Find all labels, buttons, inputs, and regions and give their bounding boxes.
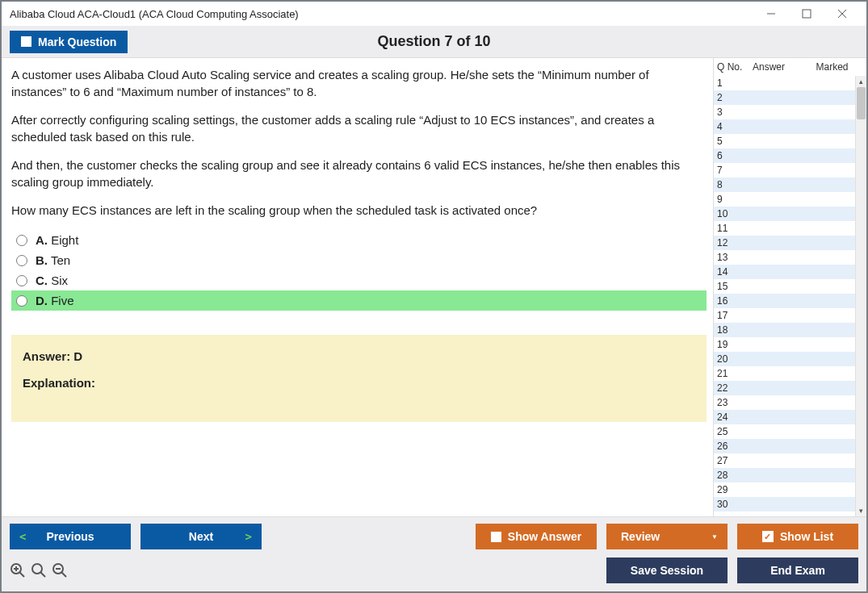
row-qno: 6: [714, 150, 741, 161]
row-qno: 10: [714, 208, 741, 219]
zoom-in-icon[interactable]: [10, 562, 26, 578]
question-list-row[interactable]: 17: [714, 308, 855, 323]
question-list-row[interactable]: 12: [714, 236, 855, 250]
question-list-row[interactable]: 7: [714, 163, 855, 177]
row-qno: 5: [714, 136, 741, 147]
question-list-row[interactable]: 23: [714, 395, 855, 410]
review-label: Review: [621, 530, 660, 543]
previous-label: Previous: [46, 530, 94, 543]
zoom-controls: [10, 562, 68, 578]
question-list-row[interactable]: 24: [714, 410, 855, 424]
question-list-row[interactable]: 11: [714, 221, 855, 236]
radio-icon[interactable]: [16, 295, 27, 307]
option-row[interactable]: A. Eight: [11, 230, 707, 250]
row-qno: 29: [714, 484, 741, 495]
option-row[interactable]: C. Six: [11, 270, 707, 290]
window-title: Alibaba Cloud ACA-Cloud1 (ACA Cloud Comp…: [10, 8, 299, 20]
question-list-row[interactable]: 29: [714, 482, 855, 497]
question-paragraph: After correctly configuring scaling sett…: [11, 111, 707, 145]
show-list-button[interactable]: ✓ Show List: [737, 524, 858, 549]
question-list-row[interactable]: 14: [714, 265, 855, 279]
end-exam-button[interactable]: End Exam: [737, 558, 858, 583]
question-list-row[interactable]: 16: [714, 294, 855, 308]
checkbox-icon: [21, 36, 31, 47]
scroll-down-icon[interactable]: ▾: [856, 505, 867, 516]
question-list-row[interactable]: 28: [714, 468, 855, 482]
question-list-row[interactable]: 10: [714, 207, 855, 221]
row-qno: 13: [714, 252, 741, 263]
header-answer: Answer: [749, 60, 798, 74]
row-qno: 23: [714, 397, 741, 408]
question-counter: Question 7 of 10: [377, 33, 490, 50]
chevron-right-icon: >: [245, 530, 252, 543]
radio-icon[interactable]: [16, 275, 27, 286]
scroll-up-icon[interactable]: ▴: [856, 76, 867, 87]
question-list-row[interactable]: 2: [714, 90, 855, 105]
footer: < Previous Next > Show Answer Review ▼ ✓…: [2, 516, 866, 591]
question-list-row[interactable]: 4: [714, 119, 855, 134]
square-icon: [491, 532, 501, 542]
question-list-panel: Q No. Answer Marked 12345678910111213141…: [713, 58, 866, 516]
row-qno: 25: [714, 426, 741, 437]
title-bar: Alibaba Cloud ACA-Cloud1 (ACA Cloud Comp…: [2, 2, 866, 26]
question-list-row[interactable]: 1: [714, 76, 855, 90]
checked-box-icon: ✓: [762, 531, 774, 542]
previous-button[interactable]: < Previous: [10, 524, 131, 549]
question-list-row[interactable]: 5: [714, 134, 855, 148]
option-row[interactable]: D. Five: [11, 290, 707, 311]
zoom-out-icon[interactable]: [52, 562, 68, 578]
question-list-row[interactable]: 3: [714, 105, 855, 119]
row-qno: 12: [714, 237, 741, 248]
question-list-row[interactable]: 18: [714, 323, 855, 337]
svg-rect-1: [803, 10, 811, 18]
row-qno: 19: [714, 339, 741, 350]
header-qno: Q No.: [714, 60, 749, 74]
zoom-reset-icon[interactable]: [31, 562, 47, 578]
next-label: Next: [189, 530, 213, 543]
end-exam-label: End Exam: [770, 564, 825, 577]
window-minimize-button[interactable]: [753, 2, 789, 26]
mark-question-label: Mark Question: [38, 35, 116, 48]
question-list-row[interactable]: 20: [714, 352, 855, 366]
question-list-row[interactable]: 30: [714, 497, 855, 512]
chevron-left-icon: <: [19, 530, 26, 543]
mark-question-button[interactable]: Mark Question: [10, 31, 128, 53]
scroll-track[interactable]: [856, 87, 866, 505]
question-paragraph: A customer uses Alibaba Cloud Auto Scali…: [11, 66, 707, 100]
question-list-row[interactable]: 19: [714, 337, 855, 352]
scroll-thumb[interactable]: [857, 87, 866, 119]
row-qno: 22: [714, 382, 741, 394]
question-list-row[interactable]: 9: [714, 192, 855, 207]
question-list-row[interactable]: 22: [714, 381, 855, 395]
question-list-row[interactable]: 25: [714, 424, 855, 439]
option-label: A. Eight: [36, 233, 78, 247]
window-close-button[interactable]: [824, 2, 860, 26]
radio-icon[interactable]: [16, 235, 27, 246]
row-qno: 3: [714, 106, 741, 118]
chevron-down-icon: ▼: [711, 533, 718, 541]
row-qno: 18: [714, 324, 741, 336]
scrollbar[interactable]: ▴ ▾: [855, 76, 866, 516]
question-list-row[interactable]: 21: [714, 366, 855, 381]
next-button[interactable]: Next >: [140, 524, 262, 549]
option-label: D. Five: [36, 294, 74, 307]
show-answer-button[interactable]: Show Answer: [476, 524, 597, 549]
option-row[interactable]: B. Ten: [11, 250, 707, 270]
question-list-row[interactable]: 6: [714, 148, 855, 163]
answer-line: Answer: D: [23, 349, 695, 363]
question-list-row[interactable]: 26: [714, 439, 855, 453]
review-button[interactable]: Review ▼: [606, 524, 728, 549]
window-maximize-button[interactable]: [789, 2, 824, 26]
question-list-row[interactable]: 13: [714, 250, 855, 265]
row-qno: 16: [714, 295, 741, 307]
row-qno: 14: [714, 266, 741, 278]
question-list-row[interactable]: 15: [714, 279, 855, 294]
svg-line-11: [62, 573, 67, 578]
question-list-row[interactable]: 8: [714, 177, 855, 192]
radio-icon[interactable]: [16, 255, 27, 266]
question-list-row[interactable]: 27: [714, 453, 855, 468]
row-qno: 24: [714, 411, 741, 423]
save-session-button[interactable]: Save Session: [606, 558, 728, 583]
row-qno: 1: [714, 77, 741, 89]
row-qno: 11: [714, 223, 741, 234]
